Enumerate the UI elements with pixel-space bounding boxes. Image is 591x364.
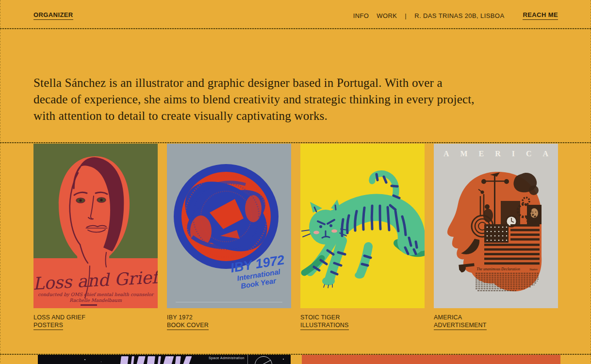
reach-me-link[interactable]: REACH ME [523,11,558,20]
grid-top-divider [0,142,591,143]
project-title: LOSS AND GRIEF [33,314,158,321]
project-card-stoic-tiger: STOIC TIGER ILLUSTRATIONS [300,144,425,330]
project-card-partial-orange[interactable] [302,355,560,364]
project-card-america: AMERICA [434,144,558,330]
america-doc-heading-right: States [529,267,538,271]
project-category-link[interactable]: POSTERS [33,321,63,330]
poster-divider-line [247,355,248,364]
left-edge-rule [0,0,0,364]
intro-paragraph: Stella Sánchez is an illustrator and gra… [33,75,475,124]
project-title: AMERICA [434,314,558,321]
intro-line: with attention to detail to create visua… [33,108,475,124]
poster-iby-1972[interactable]: IBY 1972 International Book Year [167,144,291,308]
space-emblem-icon [255,356,272,364]
project-card-loss-and-grief: Loss and Grief conducted by OMS chief me… [33,144,158,330]
space-administration-text: Space Administration [209,356,245,360]
poster-partial-letters [120,356,189,364]
brand-link[interactable]: ORGANIZER [33,11,73,20]
intro-line: decade of experience, she aims to blend … [33,91,475,108]
header-nav: INFO WORK | R. DAS TRINAS 20B, LISBOA RE… [353,11,558,20]
header: ORGANIZER INFO WORK | R. DAS TRINAS 20B,… [0,0,591,28]
poster-credit-2: Rachelle Mandelbaum [69,298,122,303]
intro-line: Stella Sánchez is an illustrator and gra… [33,75,475,91]
america-doc-heading: The unanimous Declaration [476,267,520,271]
nav-separator: | [405,12,407,19]
project-title: IBY 1972 [167,314,291,321]
poster-loss-and-grief[interactable]: Loss and Grief conducted by OMS chief me… [33,144,158,308]
poster-credit-1: conducted by OMS chief mental health cou… [38,292,154,298]
address-text: R. DAS TRINAS 20B, LISBOA [414,12,504,19]
project-category-link[interactable]: ILLUSTRATIONS [300,321,349,330]
project-title: STOIC TIGER [300,314,425,321]
nav-item-info[interactable]: INFO [353,12,369,19]
nav-item-work[interactable]: WORK [377,12,397,19]
header-divider [0,28,591,29]
poster-america[interactable]: AMERICA [434,144,558,308]
project-category-link[interactable]: BOOK COVER [167,321,209,330]
project-card-partial-space[interactable]: Space Administration [38,355,291,364]
portfolio-page: ORGANIZER INFO WORK | R. DAS TRINAS 20B,… [0,0,591,364]
project-category-link[interactable]: ADVERTISEMENT [434,321,487,330]
poster-stoic-tiger[interactable] [300,144,425,308]
project-card-iby-1972: IBY 1972 International Book Year IBY 197… [167,144,291,330]
